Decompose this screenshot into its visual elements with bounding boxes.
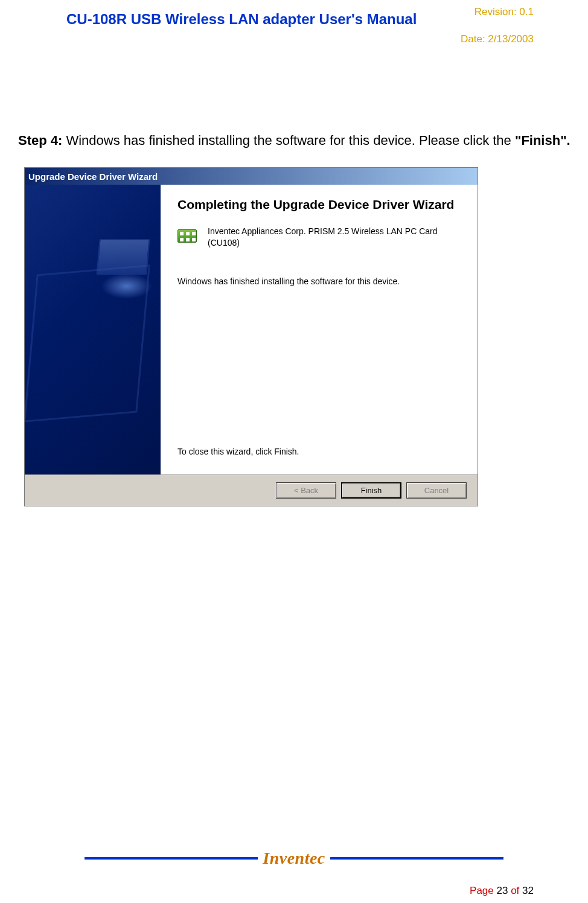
cancel-button[interactable]: Cancel: [406, 482, 467, 499]
wizard-heading: Completing the Upgrade Device Driver Wiz…: [177, 197, 467, 212]
step-label: Step 4:: [18, 133, 62, 148]
revision-text: Revision: 0.1: [475, 6, 534, 18]
date-text: Date: 2/13/2003: [461, 33, 534, 45]
wizard-close-text: To close this wizard, click Finish.: [177, 447, 467, 468]
back-button[interactable]: < Back: [276, 482, 336, 499]
device-card-icon: [177, 226, 199, 246]
page-number: Page 23 of 32: [470, 885, 534, 897]
wizard-titlebar-text: Upgrade Device Driver Wizard: [28, 171, 158, 182]
inventec-logo: Inventec: [258, 849, 330, 868]
wizard-sidebar-graphic: [25, 185, 161, 474]
step-body: Windows has finished installing the soft…: [62, 133, 515, 148]
footer-divider: Inventec: [0, 849, 588, 868]
device-name-text: Inventec Appliances Corp. PRISM 2.5 Wire…: [208, 226, 467, 249]
wizard-finished-text: Windows has finished installing the soft…: [177, 276, 467, 286]
step-finish-quote: "Finish".: [515, 133, 570, 148]
finish-button[interactable]: Finish: [341, 482, 401, 499]
step-paragraph: Step 4: Windows has finished installing …: [18, 130, 576, 150]
wizard-titlebar: Upgrade Device Driver Wizard: [25, 168, 478, 185]
wizard-footer: < Back Finish Cancel: [25, 474, 478, 506]
wizard-window: Upgrade Device Driver Wizard Completing …: [24, 167, 478, 506]
